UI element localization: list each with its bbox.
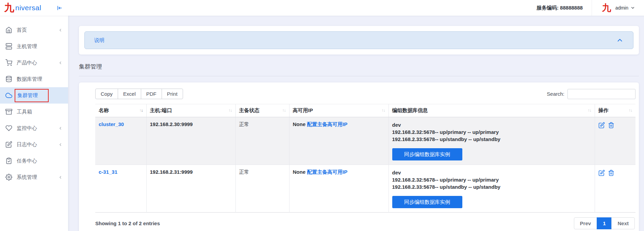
top-header: 九 niversal 服务编码: 88888888 九 admin bbox=[0, 0, 644, 16]
edit-icon[interactable] bbox=[598, 170, 605, 176]
host-port-value: 192.168.2.30:9999 bbox=[150, 121, 193, 127]
chevron-left-icon bbox=[58, 175, 63, 180]
app-window: 九 niversal 服务编码: 88888888 九 admin 首页 bbox=[0, 0, 644, 231]
sidebar-item-tasks[interactable]: 任务中心 bbox=[0, 153, 68, 169]
sidebar-item-clusters[interactable]: 集群管理 bbox=[0, 87, 68, 104]
table-row: cluster_30 192.168.2.30:9999 正常 None 配置主… bbox=[95, 117, 635, 165]
print-button[interactable]: Print bbox=[162, 89, 183, 99]
column-header-ha-ip[interactable]: 高可用IP↑↓ bbox=[289, 104, 389, 117]
configure-ha-link[interactable]: 配置主备高可用IP bbox=[307, 121, 347, 127]
chevron-up-icon[interactable] bbox=[616, 36, 624, 44]
sidebar-item-products[interactable]: 产品中心 bbox=[0, 55, 68, 71]
row-actions bbox=[598, 121, 632, 128]
sidebar-item-label: 工具箱 bbox=[17, 109, 32, 115]
header-divider bbox=[592, 0, 592, 16]
user-logo-symbol: 九 bbox=[602, 3, 611, 13]
notice-accordion-header[interactable]: 说明 bbox=[84, 31, 633, 49]
home-icon bbox=[5, 27, 12, 33]
gear-icon bbox=[5, 174, 12, 181]
sidebar-item-monitoring[interactable]: 监控中心 bbox=[0, 120, 68, 136]
chevron-left-icon bbox=[58, 142, 63, 147]
search-box: Search: bbox=[547, 89, 635, 99]
service-code: 服务编码: 88888888 bbox=[536, 5, 592, 11]
group-db-line: 192.168.2.32:5678-- up/primary -- up/pri… bbox=[392, 128, 591, 136]
user-menu[interactable]: admin bbox=[615, 5, 644, 11]
cluster-name-link[interactable]: c-31_31 bbox=[99, 169, 117, 175]
header-right: 服务编码: 88888888 九 admin bbox=[536, 0, 644, 16]
sidebar-item-label: 系统管理 bbox=[17, 174, 37, 181]
export-button-group: Copy Excel PDF Print bbox=[95, 89, 183, 99]
sidebar: 首页 主机管理 产品中心 数据库管理 集群管理 工具箱 监控中心 bbox=[0, 16, 68, 231]
sidebar-item-hosts[interactable]: 主机管理 bbox=[0, 38, 68, 55]
search-input[interactable] bbox=[567, 89, 635, 99]
group-env: dev bbox=[392, 121, 591, 128]
status-value: 正常 bbox=[239, 169, 249, 175]
row-actions bbox=[598, 169, 632, 176]
sort-icon: ↑↓ bbox=[588, 108, 591, 113]
delete-icon[interactable] bbox=[608, 122, 614, 128]
entries-summary: Showing 1 to 2 of 2 entries bbox=[95, 220, 160, 226]
sort-icon: ↑↓ bbox=[282, 108, 286, 113]
column-header-status[interactable]: 主备状态↑↓ bbox=[235, 104, 289, 117]
database-icon bbox=[5, 76, 12, 82]
notice-card: 说明 bbox=[79, 26, 639, 55]
table-footer: Showing 1 to 2 of 2 entries Prev 1 Next bbox=[95, 217, 635, 229]
column-header-name[interactable]: 名称↑↓ bbox=[95, 104, 146, 117]
page-title: 集群管理 bbox=[79, 63, 639, 76]
excel-button[interactable]: Excel bbox=[118, 89, 141, 99]
table-toolbar: Copy Excel PDF Print Search: bbox=[95, 89, 635, 99]
cluster-name-link[interactable]: cluster_30 bbox=[99, 121, 124, 127]
configure-ha-link[interactable]: 配置主备高可用IP bbox=[307, 169, 347, 175]
edit-note-icon bbox=[5, 141, 12, 148]
chevron-left-icon bbox=[58, 61, 63, 65]
search-label: Search: bbox=[547, 91, 564, 97]
sidebar-item-databases[interactable]: 数据库管理 bbox=[0, 71, 68, 87]
group-db-line: 192.168.2.33:5678-- up/standby -- up/sta… bbox=[392, 183, 591, 190]
prev-page-button[interactable]: Prev bbox=[574, 217, 597, 229]
sidebar-item-home[interactable]: 首页 bbox=[0, 22, 68, 38]
sidebar-item-label: 集群管理 bbox=[15, 89, 49, 102]
username: admin bbox=[615, 5, 628, 11]
sort-icon: ↑↓ bbox=[629, 108, 632, 113]
edit-icon[interactable] bbox=[598, 122, 605, 128]
sync-group-db-button[interactable]: 同步编组数据库实例 bbox=[392, 148, 462, 160]
status-value: 正常 bbox=[239, 121, 249, 127]
cart-icon bbox=[5, 59, 12, 66]
main-content: 说明 集群管理 Copy Excel PDF Print Search: bbox=[68, 16, 644, 231]
sidebar-item-label: 主机管理 bbox=[17, 43, 37, 50]
delete-icon[interactable] bbox=[608, 170, 614, 176]
sort-icon: ↑↓ bbox=[382, 108, 385, 113]
copy-button[interactable]: Copy bbox=[95, 89, 118, 99]
group-db-line: 192.168.2.32:5678-- up/primary -- up/pri… bbox=[392, 176, 591, 183]
ha-ip-value: None bbox=[293, 121, 306, 127]
sidebar-item-label: 监控中心 bbox=[17, 125, 37, 132]
logo-symbol: 九 bbox=[4, 3, 14, 13]
cluster-table: 名称↑↓ 主机:端口↑↓ 主备状态↑↓ 高可用IP↑↓ 编组数据库信息↑↓ 操作… bbox=[95, 104, 635, 213]
table-row: c-31_31 192.168.2.31:9999 正常 None 配置主备高可… bbox=[95, 165, 635, 213]
column-header-host-port[interactable]: 主机:端口↑↓ bbox=[146, 104, 235, 117]
notice-title: 说明 bbox=[94, 37, 104, 44]
sync-group-db-button[interactable]: 同步编组数据库实例 bbox=[392, 196, 462, 208]
pdf-button[interactable]: PDF bbox=[141, 89, 162, 99]
chevron-down-icon bbox=[630, 5, 635, 10]
column-header-actions[interactable]: 操作↑↓ bbox=[595, 104, 635, 117]
clipboard-check-icon bbox=[5, 157, 12, 164]
sidebar-item-toolbox[interactable]: 工具箱 bbox=[0, 104, 68, 120]
app-logo: 九 niversal bbox=[0, 3, 41, 13]
column-header-group-db[interactable]: 编组数据库信息↑↓ bbox=[389, 104, 595, 117]
sidebar-item-logs[interactable]: 日志中心 bbox=[0, 136, 68, 153]
logo-text: niversal bbox=[15, 4, 41, 12]
cluster-table-card: Copy Excel PDF Print Search: 名称↑↓ bbox=[79, 82, 639, 231]
sidebar-item-system[interactable]: 系统管理 bbox=[0, 169, 68, 185]
server-icon bbox=[5, 43, 12, 50]
sidebar-item-label: 数据库管理 bbox=[17, 76, 42, 82]
group-db-line: 192.168.2.33:5678-- up/standby -- up/sta… bbox=[392, 136, 591, 143]
sidebar-collapse-icon[interactable] bbox=[56, 5, 63, 11]
chevron-left-icon bbox=[58, 28, 63, 32]
table-header-row: 名称↑↓ 主机:端口↑↓ 主备状态↑↓ 高可用IP↑↓ 编组数据库信息↑↓ 操作… bbox=[95, 104, 635, 117]
sidebar-item-label: 日志中心 bbox=[17, 141, 37, 148]
host-port-value: 192.168.2.31:9999 bbox=[150, 169, 193, 175]
page-1-button[interactable]: 1 bbox=[597, 217, 612, 229]
next-page-button[interactable]: Next bbox=[611, 217, 635, 229]
sort-icon: ↑↓ bbox=[139, 108, 143, 113]
